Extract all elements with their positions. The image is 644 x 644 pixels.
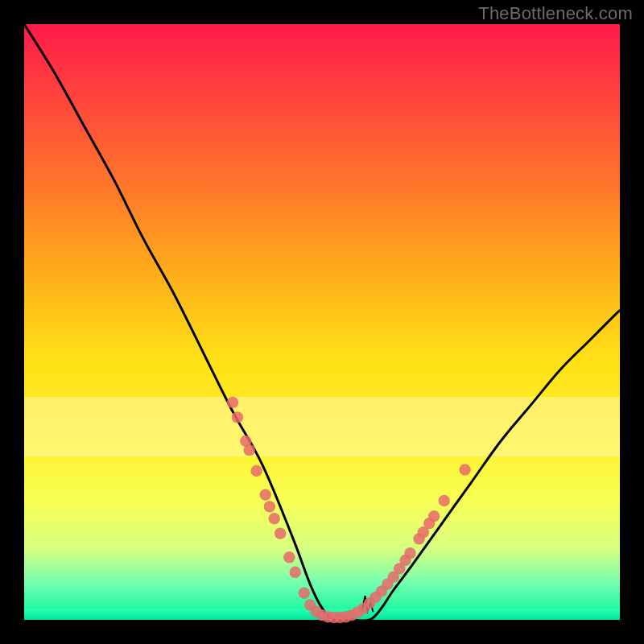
data-dot [260, 489, 271, 500]
data-dot [459, 464, 470, 475]
data-dot [269, 513, 280, 524]
curve-dots [227, 397, 471, 624]
plot-area [24, 24, 620, 620]
data-dot [428, 510, 440, 522]
data-dot [232, 411, 243, 423]
data-dot [227, 397, 238, 408]
data-dot [244, 444, 255, 456]
data-dot [439, 495, 450, 506]
watermark-text: TheBottleneck.com [478, 3, 633, 24]
data-dot [404, 547, 415, 559]
data-dot [299, 588, 310, 599]
bottleneck-chart [24, 24, 620, 620]
data-dot [250, 465, 262, 477]
data-dot [275, 528, 286, 539]
chart-frame: TheBottleneck.com [0, 0, 644, 644]
data-dot [264, 501, 275, 512]
data-dot [290, 567, 301, 578]
data-dot [283, 551, 295, 563]
curve-line [24, 24, 620, 621]
